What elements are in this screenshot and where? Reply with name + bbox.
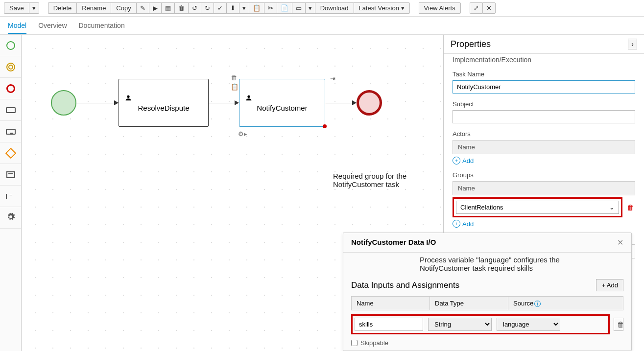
modal-title: NotifyCustomer Data I/O — [351, 238, 436, 247]
group-select[interactable]: ClientRelations ⌄ — [456, 201, 619, 214]
close-modal-button[interactable]: ✕ — [617, 238, 623, 247]
name-column-header: Name — [453, 140, 621, 154]
io-name-input[interactable] — [355, 318, 423, 331]
latest-version-button[interactable]: Latest Version ▾ — [354, 2, 410, 14]
node-connector-icons: ⇥ — [330, 75, 335, 82]
info-icon[interactable]: i — [534, 301, 541, 307]
download-text-button[interactable]: Download — [315, 2, 354, 14]
connector-icon[interactable]: ⇥ — [330, 75, 335, 82]
edit-toggle-button[interactable]: ✎ — [136, 2, 149, 14]
add-actor-link[interactable]: Add — [453, 157, 474, 164]
grid-toggle-button[interactable]: ▦ — [161, 2, 174, 14]
palette-subprocess[interactable] — [0, 121, 21, 142]
data-io-modal: NotifyCustomer Data I/O ✕ Process variab… — [343, 233, 632, 351]
tab-overview[interactable]: Overview — [38, 22, 67, 34]
top-toolbar: Save ▾ Delete Rename Copy ✎ ▶ ▦ 🗑 ↺ ↻ ✓ … — [0, 0, 644, 17]
palette-intermediate-event[interactable] — [0, 56, 21, 78]
delete-group-button[interactable]: 🗑 — [625, 203, 635, 211]
io-row-highlight: String language — [351, 314, 610, 334]
sequence-flow-1[interactable] — [76, 103, 116, 103]
editor-tabs: Model Overview Documentation — [0, 17, 644, 35]
add-group-link[interactable]: Add — [453, 220, 474, 228]
redo-button[interactable]: ↻ — [201, 2, 214, 14]
layout-caret[interactable]: ▾ — [305, 2, 315, 14]
col-source-header: Sourcei — [508, 297, 623, 310]
task-label: ResolveDispute — [124, 104, 203, 112]
arrow-head-icon — [352, 100, 357, 105]
cut-button[interactable]: ✂ — [264, 2, 277, 14]
data-inputs-heading: Data Inputs and Assignments — [351, 281, 459, 290]
view-alerts-button[interactable]: View Alerts — [419, 2, 461, 14]
groups-label: Groups — [453, 171, 635, 179]
delete-button[interactable]: Delete — [48, 2, 77, 14]
subject-input[interactable] — [453, 110, 635, 123]
add-input-button[interactable]: + Add — [596, 279, 623, 291]
task-name-label: Task Name — [453, 70, 635, 78]
close-button[interactable]: ✕ — [482, 2, 496, 14]
sequence-flow-3[interactable] — [325, 103, 354, 103]
groups-table-head: Name — [453, 181, 635, 195]
expand-button[interactable]: ⤢ — [470, 2, 482, 14]
actors-table-head: Name — [453, 140, 635, 154]
palette-form[interactable] — [0, 164, 21, 186]
collapse-panel-button[interactable]: › — [628, 39, 637, 49]
task-label: NotifyCustomer — [244, 104, 320, 112]
user-icon — [124, 94, 133, 102]
clipboard-button[interactable]: 📋 — [249, 2, 264, 14]
task-resolve-dispute[interactable]: ResolveDispute — [119, 79, 209, 127]
shape-palette — [0, 35, 22, 351]
io-table-header: Name Data Type Sourcei — [351, 296, 623, 310]
arrow-head-icon — [114, 100, 119, 105]
delete-io-row-button[interactable]: 🗑 — [614, 318, 623, 331]
node-context-icons: 🗑 📋 — [231, 74, 239, 91]
group-select-highlight: ClientRelations ⌄ — [453, 197, 622, 217]
task-notify-customer[interactable]: NotifyCustomer — [239, 79, 325, 127]
sequence-flow-2[interactable] — [209, 103, 236, 103]
subject-label: Subject — [453, 100, 635, 108]
arrow-head-icon — [235, 100, 239, 105]
user-icon — [244, 94, 253, 102]
actors-label: Actors — [453, 130, 635, 138]
download-icon-button[interactable]: ⬇ — [226, 2, 239, 14]
properties-title: Properties — [451, 39, 491, 49]
copy-button[interactable]: Copy — [111, 2, 136, 14]
chevron-down-icon: ⌄ — [609, 204, 615, 211]
delete-node-icon[interactable]: 🗑 — [231, 74, 239, 81]
save-caret[interactable]: ▾ — [29, 2, 39, 14]
start-event-node[interactable] — [51, 90, 76, 116]
resize-handle[interactable] — [323, 124, 327, 128]
play-button[interactable]: ▶ — [149, 2, 161, 14]
save-button[interactable]: Save — [4, 2, 29, 14]
name-column-header: Name — [453, 182, 621, 195]
task-name-input[interactable] — [453, 80, 635, 94]
skippable-checkbox[interactable] — [351, 340, 358, 346]
layout-button[interactable]: ▭ — [292, 2, 305, 14]
rename-button[interactable]: Rename — [76, 2, 111, 14]
paste-button[interactable]: 📄 — [277, 2, 292, 14]
trash-button[interactable]: 🗑 — [174, 2, 188, 14]
skippable-label: Skippable — [360, 339, 388, 347]
tab-model[interactable]: Model — [8, 22, 26, 34]
download-caret[interactable]: ▾ — [239, 2, 249, 14]
validate-button[interactable]: ✓ — [214, 2, 226, 14]
annotation-group: Required group for the NotifyCustomer ta… — [333, 172, 431, 188]
palette-task[interactable] — [0, 99, 21, 121]
end-event-node[interactable] — [357, 90, 382, 116]
palette-gateway[interactable] — [0, 142, 21, 164]
col-name-header: Name — [352, 297, 430, 310]
tab-documentation[interactable]: Documentation — [79, 22, 125, 34]
col-type-header: Data Type — [430, 297, 508, 310]
io-source-select[interactable]: language — [497, 318, 560, 331]
io-type-select[interactable]: String — [428, 318, 492, 331]
settings-icon[interactable]: ⚙▸ — [238, 130, 247, 138]
undo-button[interactable]: ↺ — [188, 2, 201, 14]
palette-service[interactable] — [0, 207, 21, 229]
palette-start-event[interactable] — [0, 35, 21, 56]
section-header: Implementation/Execution — [453, 56, 635, 64]
annotation-skills: Process variable "language" configures t… — [420, 256, 606, 272]
palette-lane[interactable] — [0, 186, 21, 207]
form-node-icon[interactable]: 📋 — [231, 83, 239, 91]
palette-end-event[interactable] — [0, 78, 21, 99]
